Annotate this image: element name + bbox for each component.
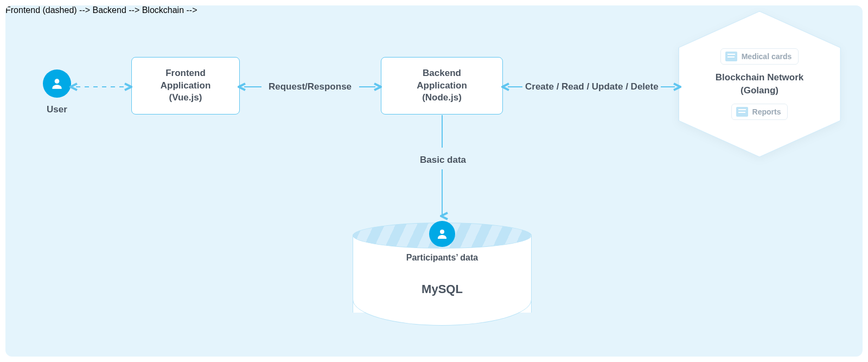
chip-medical-label: Medical cards [742, 52, 792, 61]
document-icon [725, 52, 737, 61]
chip-reports-label: Reports [752, 107, 781, 116]
arrow-user-frontend [72, 81, 131, 92]
blockchain-title: Blockchain Network (Golang) [716, 71, 804, 97]
chip-medical-cards: Medical cards [720, 48, 799, 65]
user-avatar-icon [43, 69, 71, 98]
frontend-line2: Application [161, 80, 211, 92]
edge-label-request-response: Request/Response [269, 81, 352, 92]
edge-label-crud: Create / Read / Update / Delete [525, 81, 659, 92]
frontend-node: Frontend Application (Vue.js) [131, 57, 240, 115]
db-sublabel: Participants’ data [353, 253, 532, 263]
arrow-backend-db [437, 115, 448, 221]
frontend-line3: (Vue.js) [169, 92, 202, 104]
user-node: User [35, 69, 79, 115]
person-icon [436, 227, 449, 240]
db-user-icon [429, 221, 455, 247]
user-label: User [35, 104, 79, 115]
backend-line1: Backend [423, 67, 461, 80]
architecture-diagram: User Frontend Application (Vue.js) Backe… [5, 5, 863, 357]
backend-line3: (Node.js) [422, 92, 462, 104]
blockchain-node: Medical cards Blockchain Network (Golang… [678, 11, 841, 157]
database-node: Participants’ data MySQL [353, 223, 532, 326]
person-icon [50, 77, 64, 91]
frontend-line1: Frontend [165, 67, 206, 80]
backend-line2: Application [417, 80, 467, 92]
svg-point-0 [55, 79, 60, 84]
chip-reports: Reports [731, 104, 788, 120]
backend-node: Backend Application (Node.js) [381, 57, 503, 115]
document-icon [736, 107, 748, 117]
svg-point-1 [440, 230, 444, 234]
edge-label-basic-data: Basic data [420, 155, 466, 166]
db-title: MySQL [353, 282, 532, 296]
